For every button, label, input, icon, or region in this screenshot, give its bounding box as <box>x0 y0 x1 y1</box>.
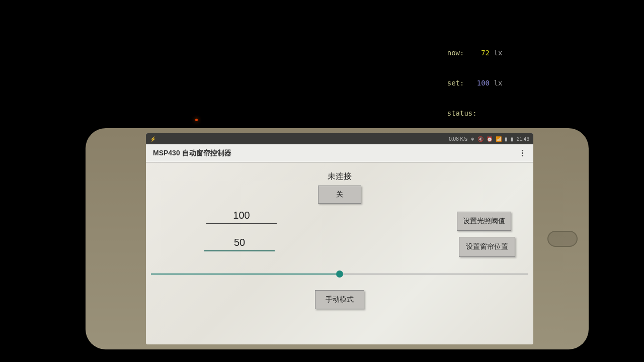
statusbar-charge-icon: ⚡ <box>150 136 156 142</box>
android-statusbar: ⚡ 0.08 K/s ∗ 🔇 ⏰ 📶 ▮ ▮ 21:46 <box>146 133 533 144</box>
set-curtain-position-button[interactable]: 设置窗帘位置 <box>459 237 515 257</box>
term-set-label: set: <box>447 79 464 87</box>
app-toolbar: MSP430 自动窗帘控制器 <box>146 144 533 162</box>
term-status-label: status: <box>447 109 477 117</box>
term-now-unit: lx <box>494 49 502 57</box>
curtain-position-input[interactable] <box>204 237 275 251</box>
phone-device: ⚡ 0.08 K/s ∗ 🔇 ⏰ 📶 ▮ ▮ 21:46 MSP430 自动窗帘… <box>86 128 589 349</box>
wifi-icon: 📶 <box>496 136 502 142</box>
connection-status: 未连接 <box>328 171 352 182</box>
set-light-threshold-label: 设置光照阈值 <box>463 217 505 226</box>
battery-icon: ▮ <box>511 136 514 142</box>
background-terminal: now: 72 lx set: 100 lx status: <box>430 38 502 128</box>
term-set-unit: lx <box>494 79 502 87</box>
light-threshold-input[interactable] <box>206 210 277 224</box>
statusbar-speed: 0.08 K/s <box>449 136 467 142</box>
slider-thumb[interactable] <box>336 270 343 278</box>
board-led-indicator <box>195 119 198 121</box>
term-now-label: now: <box>447 49 464 57</box>
app-content: 未连接 关 设置光照阈值 设置窗帘位置 <box>146 162 533 344</box>
mute-icon: 🔇 <box>477 136 484 142</box>
slider-fill <box>151 274 340 275</box>
term-now-value: 72 <box>481 49 490 57</box>
toggle-button[interactable]: 关 <box>318 186 361 204</box>
alarm-icon: ⏰ <box>487 136 493 142</box>
mode-button[interactable]: 手动模式 <box>315 290 364 309</box>
statusbar-time: 21:46 <box>517 136 529 142</box>
overflow-menu-icon[interactable] <box>519 147 526 159</box>
app-title: MSP430 自动窗帘控制器 <box>153 149 231 158</box>
mode-button-label: 手动模式 <box>326 295 354 304</box>
set-curtain-position-label: 设置窗帘位置 <box>466 242 508 251</box>
phone-screen: ⚡ 0.08 K/s ∗ 🔇 ⏰ 📶 ▮ ▮ 21:46 MSP430 自动窗帘… <box>146 133 533 344</box>
signal-icon: ▮ <box>505 136 508 142</box>
phone-home-button[interactable] <box>547 231 578 247</box>
bluetooth-icon: ∗ <box>470 136 474 142</box>
term-set-value: 100 <box>477 79 490 87</box>
set-light-threshold-button[interactable]: 设置光照阈值 <box>457 212 511 231</box>
toggle-button-label: 关 <box>336 190 343 199</box>
position-slider[interactable] <box>151 269 528 279</box>
